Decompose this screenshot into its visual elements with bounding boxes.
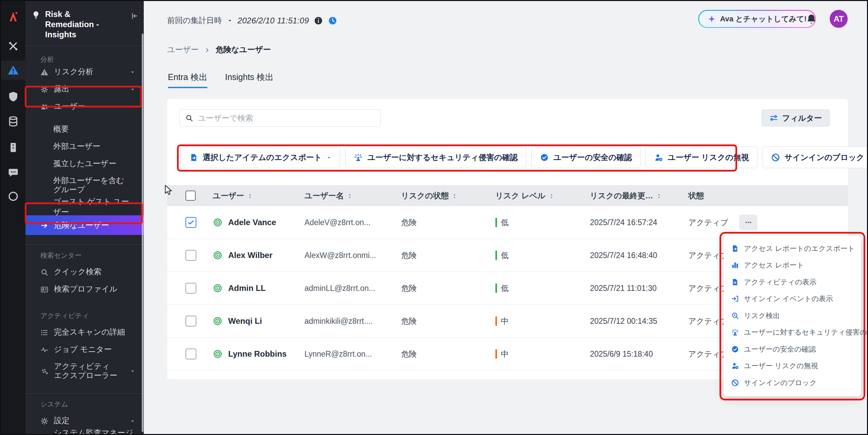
row-checkbox[interactable] [185, 250, 196, 261]
user-name[interactable]: Wenqi Li [228, 316, 262, 326]
sidebar-item-orphaned-users[interactable]: 孤立したユーザー [25, 155, 144, 172]
confirm-user-compromised-button[interactable]: ユーザーに対するセキュリティ侵害の確認 [345, 146, 526, 168]
row-checkbox[interactable] [185, 316, 196, 327]
row-checkbox[interactable] [185, 349, 196, 359]
divider [25, 46, 144, 46]
dismiss-risk-icon [731, 362, 739, 370]
user-search-box[interactable] [179, 109, 381, 127]
more-dots-icon [744, 218, 753, 227]
sidebar-item-full-scan-details[interactable]: 完全スキャンの詳細 [25, 323, 144, 341]
risk-last-updated: 2025/7/21 11:01:30 [590, 284, 688, 293]
sort-icon[interactable] [347, 191, 353, 200]
menu-item-confirm-user-safe[interactable]: ユーザーの安全の確認 [724, 341, 861, 358]
menu-item-export-access-report[interactable]: アクセス レポートのエクスポート [724, 240, 861, 257]
block-signin-icon [731, 379, 739, 387]
select-all-checkbox[interactable] [185, 191, 196, 201]
sidebar-scrollbar[interactable] [142, 34, 143, 432]
dismiss-user-risk-button[interactable]: ユーザー リスクの無視 [646, 146, 757, 168]
user-name[interactable]: Adele Vance [228, 218, 276, 227]
column-header-risk-last-updated[interactable]: リスクの最終更… [590, 191, 688, 201]
breadcrumb-current: 危険なユーザー [216, 44, 271, 55]
menu-item-view-activity[interactable]: アクティビティの表示 [724, 274, 861, 291]
sidebar-item-label: ジョブ モニター [54, 344, 112, 355]
sidebar-item-quick-search[interactable]: クイック検索 [25, 263, 144, 280]
sort-icon[interactable] [247, 191, 253, 200]
block-signin-button[interactable]: サインインのブロック [763, 146, 868, 168]
confirm-user-safe-button[interactable]: ユーザーの安全の確認 [531, 146, 640, 168]
filter-button[interactable]: フィルター [761, 109, 830, 127]
sidebar-item-label: アクティビティ エクスプローラー [54, 362, 118, 380]
risk-last-updated: 2025/6/9 15:18:40 [590, 350, 688, 359]
menu-item-block-signin[interactable]: サインインのブロック [724, 374, 861, 391]
database-icon[interactable] [1, 114, 25, 129]
tools-icon[interactable] [1, 39, 25, 54]
column-header-risk-level[interactable]: リスク レベル [495, 191, 590, 201]
sidebar-item-label: 露出 [54, 84, 70, 94]
breadcrumb-users-link[interactable]: ユーザー [167, 44, 199, 55]
tab-insights-detections[interactable]: Insights 検出 [225, 72, 274, 88]
sort-icon[interactable] [548, 191, 555, 200]
user-avatar[interactable]: AT [830, 10, 848, 28]
sidebar-item-activity-explorer[interactable]: アクティビティ エクスプローラー [25, 358, 144, 384]
sidebar-item-exposure[interactable]: 露出 [25, 80, 144, 98]
column-header-username[interactable]: ユーザー名 [304, 191, 401, 201]
clock-icon[interactable] [328, 16, 337, 25]
info-icon[interactable] [314, 16, 323, 25]
sidebar-item-risk-analysis[interactable]: リスク分析 [25, 63, 144, 80]
user-name[interactable]: Admin LL [228, 283, 266, 293]
menu-item-confirm-user-compromised[interactable]: ユーザーに対するセキュリティ侵害の確認 [724, 324, 861, 341]
app-window: Risk & Remediation - Insights 分析 リスク分析 露… [0, 0, 868, 435]
divider [25, 393, 144, 394]
collapse-sidebar-icon[interactable] [130, 12, 138, 20]
sidebar-item-search-profile[interactable]: 検索プロファイル [25, 280, 144, 298]
user-target-icon [213, 283, 223, 293]
sidebar-item-groups-with-external-users[interactable]: 外部ユーザーを含むグループ [25, 172, 144, 198]
dismiss-risk-icon [654, 153, 663, 162]
row-more-actions-button[interactable] [739, 215, 757, 230]
shield-icon[interactable] [1, 89, 25, 104]
column-header-user[interactable]: ユーザー [207, 191, 304, 201]
sort-icon[interactable] [656, 191, 662, 200]
app-rail [1, 1, 25, 434]
risk-alert-icon-active[interactable] [1, 61, 25, 80]
sidebar-item-settings[interactable]: 設定 [25, 412, 144, 429]
column-header-risk-state[interactable]: リスクの状態 [401, 191, 495, 201]
sidebar-item-overview[interactable]: 概要 [25, 120, 144, 138]
export-icon [731, 244, 739, 253]
export-selected-items-button[interactable]: 選択したアイテムのエクスポート [181, 146, 340, 168]
menu-item-risk-detection[interactable]: リスク検出 [724, 307, 861, 324]
action-label: ユーザーの安全の確認 [553, 152, 632, 163]
menu-item-dismiss-user-risk[interactable]: ユーザー リスクの無視 [724, 358, 861, 375]
menu-item-view-signin-events[interactable]: サインイン イベントの表示 [724, 291, 861, 308]
user-name[interactable]: Lynne Robbins [228, 349, 287, 359]
row-checkbox[interactable] [185, 217, 196, 228]
search-input[interactable] [197, 113, 375, 123]
block-signin-icon [771, 153, 780, 162]
avepoint-logo-icon[interactable] [1, 9, 25, 24]
pulse-icon [40, 345, 48, 354]
archive-icon[interactable] [1, 140, 25, 155]
sidebar-item-users[interactable]: ユーザー [25, 98, 144, 115]
action-label: 選択したアイテムのエクスポート [203, 152, 322, 163]
chat-icon[interactable] [1, 165, 25, 180]
sidebar-item-risky-users[interactable]: 危険なユーザー [25, 215, 144, 235]
table-row[interactable]: Adele Vance AdeleV@z8rrt.on... 危険 低 2025… [167, 206, 848, 239]
divider [25, 244, 144, 245]
row-checkbox[interactable] [185, 283, 196, 294]
chevron-down-icon[interactable] [227, 17, 233, 24]
user-name[interactable]: Alex Wilber [228, 251, 273, 260]
sidebar-item-ghost-guest-users[interactable]: ゴースト ゲスト ユーザー [25, 198, 144, 215]
tab-entra-detections[interactable]: Entra 検出 [168, 72, 208, 88]
user-username: AlexW@z8rrt.onmi... [304, 251, 401, 260]
sidebar-item-external-users[interactable]: 外部ユーザー [25, 138, 144, 155]
notifications-bell-icon[interactable] [805, 13, 817, 25]
chevron-down-icon [130, 84, 136, 94]
sidebar-item-job-monitor[interactable]: ジョブ モニター [25, 341, 144, 358]
bulk-actions-toolbar: 選択したアイテムのエクスポート ユーザーに対するセキュリティ侵害の確認 ユーザー… [181, 146, 868, 168]
ava-chat-button[interactable]: Ava とチャットしてみて! [698, 10, 816, 28]
sort-icon[interactable] [451, 191, 458, 200]
sidebar-item-system-audit-manager[interactable]: システム監査マネージャー [25, 429, 144, 435]
circle-icon[interactable] [1, 189, 25, 204]
menu-item-access-report[interactable]: アクセス レポート [724, 257, 861, 274]
sidebar-item-label: クイック検索 [54, 266, 101, 277]
